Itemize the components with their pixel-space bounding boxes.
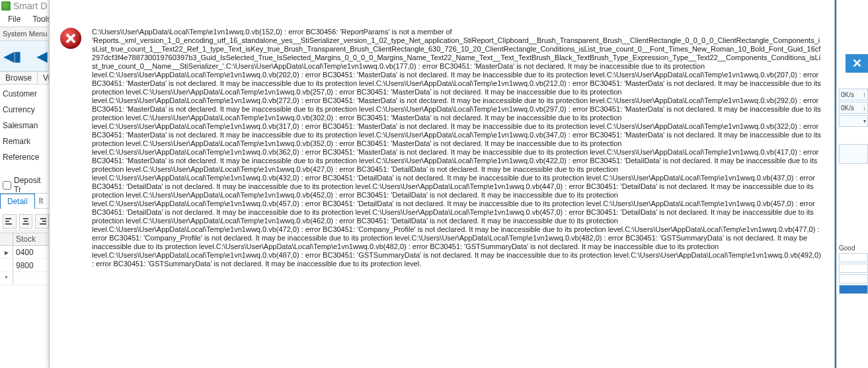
nav-prev-icon[interactable]: ◀: [37, 48, 47, 64]
grid-row-indicator: [0, 259, 13, 272]
grid-cell[interactable]: 0400: [13, 246, 49, 258]
grid-row-indicator: ▸: [0, 246, 13, 258]
deposit-label: Deposit Tr: [14, 176, 49, 194]
right-field[interactable]: [839, 264, 868, 273]
system-menu[interactable]: System Menu: [0, 26, 49, 41]
error-message: C:\Users\User\AppData\Local\Temp\e1vn1ww…: [92, 28, 822, 268]
grid-cell[interactable]: 9800: [13, 259, 49, 272]
grid: Stock ▸0400 9800 *: [0, 233, 49, 285]
mode-strip: Browse Vie: [0, 71, 49, 85]
label-remark: Remark: [0, 133, 49, 149]
right-goods-label: Good: [839, 244, 868, 252]
label-customer: Customer: [0, 86, 49, 102]
align-left-icon[interactable]: [3, 214, 17, 229]
deposit-row: Deposit Tr: [0, 178, 49, 192]
menu-file[interactable]: File: [8, 15, 20, 24]
grid-corner: [0, 233, 13, 245]
right-field-selected[interactable]: [839, 285, 868, 294]
deposit-checkbox[interactable]: [3, 181, 11, 190]
tab-items[interactable]: It: [36, 194, 46, 208]
app-title: Smart D: [13, 1, 47, 11]
net-up: 0K/s: [841, 91, 854, 98]
error-icon: [60, 28, 81, 49]
menu-bar: File Tools: [0, 12, 49, 26]
align-toolbar: [0, 211, 49, 231]
grid-col-stock[interactable]: Stock: [13, 233, 49, 245]
label-currency: Currency: [0, 102, 49, 118]
nav-buttons: ◀▮ ◀: [0, 41, 49, 71]
right-field[interactable]: [839, 253, 868, 262]
app-logo-icon: [1, 1, 11, 11]
label-reference: Reference: [0, 149, 49, 165]
align-center-icon[interactable]: [19, 214, 33, 229]
right-panel-box: [839, 144, 868, 164]
tab-strip: Detail It: [0, 193, 49, 209]
right-border-accent: [835, 0, 836, 368]
align-right-icon[interactable]: [35, 214, 49, 229]
grid-row-new: *: [0, 272, 13, 285]
mode-browse[interactable]: Browse: [0, 72, 38, 84]
grid-cell[interactable]: [13, 272, 49, 285]
field-labels: Customer Currency Salesman Remark Refere…: [0, 86, 49, 165]
error-dialog: C:\Users\User\AppData\Local\Temp\e1vn1ww…: [49, 0, 835, 368]
right-goods-panel: Good: [839, 244, 868, 294]
net-down: 0K/s: [841, 104, 854, 112]
app-title-bar: Smart D: [0, 0, 49, 12]
label-salesman: Salesman: [0, 118, 49, 133]
tab-detail[interactable]: Detail: [0, 194, 35, 209]
window-close-button[interactable]: ✕: [846, 54, 868, 73]
net-meter: 0K/s↑ 0K/s↓: [839, 89, 868, 127]
net-dropdown[interactable]: [839, 115, 868, 127]
nav-first-icon[interactable]: ◀▮: [4, 48, 21, 64]
right-field[interactable]: [839, 274, 868, 283]
